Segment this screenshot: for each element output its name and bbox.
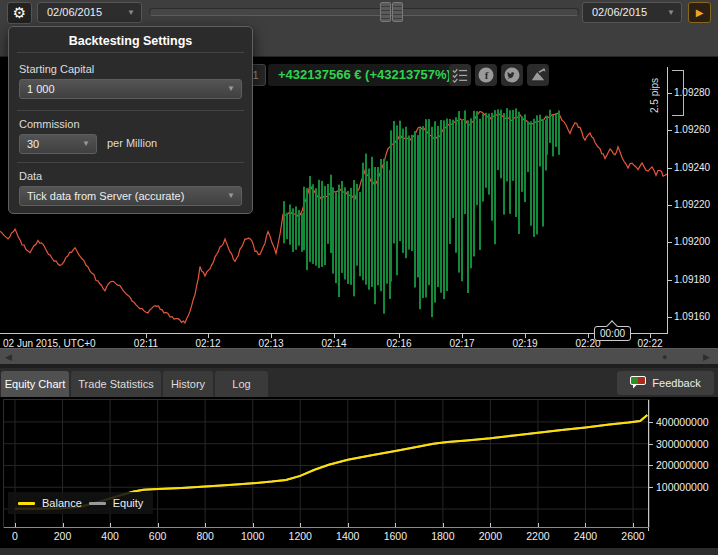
- scroll-dot-icon[interactable]: ●: [662, 349, 667, 365]
- scroll-left-icon[interactable]: ◀: [5, 349, 12, 365]
- backtester-window: ⚙ 02/06/2015 ▼ 02/06/2015 ▼ ▶ 1 +4321375…: [0, 0, 718, 555]
- commission-suffix-label: per Million: [107, 137, 157, 149]
- tab-history[interactable]: History: [163, 371, 213, 397]
- date-range-slider-handles[interactable]: [380, 2, 404, 22]
- slider-handle-right[interactable]: [392, 2, 403, 22]
- equity-x-tick-label: 1600: [373, 530, 417, 542]
- twitter-icon: [504, 67, 520, 83]
- price-tick-label: 1.09220: [674, 199, 718, 210]
- tab-trade-statistics[interactable]: Trade Statistics: [71, 371, 161, 397]
- chevron-down-icon: ▼: [82, 135, 90, 153]
- end-date-value: 02/06/2015: [592, 6, 647, 18]
- feedback-bubble-icon: [630, 376, 647, 389]
- divider: [17, 162, 244, 163]
- share-facebook-button[interactable]: f: [475, 64, 497, 86]
- starting-capital-label: Starting Capital: [19, 63, 94, 75]
- price-axis-line: [667, 67, 668, 334]
- chevron-down-icon: ▼: [667, 3, 675, 22]
- equity-y-tick-label: 100000000: [656, 481, 716, 493]
- equity-x-tick-label: 1000: [231, 530, 275, 542]
- equity-x-tick-label: 2200: [516, 530, 560, 542]
- starting-capital-select[interactable]: 1 000 ▼: [19, 79, 242, 99]
- bottom-tab-bar: Equity Chart Trade Statistics History Lo…: [0, 368, 718, 397]
- checklist-button[interactable]: [449, 64, 471, 86]
- chevron-down-icon: ▼: [127, 3, 135, 22]
- equity-y-tick-label: 200000000: [656, 459, 716, 471]
- share-twitter-button[interactable]: [501, 64, 523, 86]
- chart-scrollbar[interactable]: ◀ ● ▶: [0, 348, 718, 364]
- equity-y-tick-label: 300000000: [656, 438, 716, 450]
- equity-x-tick-label: 400: [88, 530, 132, 542]
- data-source-label: Data: [19, 170, 42, 182]
- equity-legend: Balance Equity: [8, 492, 153, 514]
- backtesting-settings-popup: Backtesting Settings Starting Capital 1 …: [8, 26, 253, 214]
- divider: [17, 110, 244, 111]
- checklist-icon: [452, 67, 468, 83]
- start-date-picker[interactable]: 02/06/2015 ▼: [37, 2, 142, 23]
- end-date-picker[interactable]: 02/06/2015 ▼: [582, 2, 682, 23]
- equity-x-tick-label: 2400: [563, 530, 607, 542]
- legend-equity-label: Equity: [113, 497, 144, 509]
- pip-scale-label: 2.5 pips: [649, 66, 662, 124]
- price-tick-label: 1.09200: [674, 236, 718, 247]
- settings-gear-button[interactable]: ⚙: [7, 2, 32, 24]
- equity-x-tick-label: 1800: [421, 530, 465, 542]
- equity-x-tick-label: 1400: [326, 530, 370, 542]
- equity-x-tick-label: 2000: [468, 530, 512, 542]
- tab-log[interactable]: Log: [215, 371, 268, 397]
- publish-chart-button[interactable]: [527, 64, 549, 86]
- legend-balance-label: Balance: [42, 497, 82, 509]
- scroll-right-icon[interactable]: ▶: [703, 349, 710, 365]
- midnight-marker: 00:00: [594, 326, 631, 341]
- chevron-down-icon: ▼: [227, 187, 235, 205]
- commission-label: Commission: [19, 118, 80, 130]
- start-date-value: 02/06/2015: [47, 6, 102, 18]
- facebook-icon: f: [478, 67, 494, 83]
- svg-text:f: f: [485, 69, 489, 81]
- feedback-button[interactable]: Feedback: [617, 371, 714, 395]
- equity-x-tick-label: 600: [136, 530, 180, 542]
- play-icon: ▶: [696, 7, 704, 18]
- profit-readout: +432137566 € (+43213757%): [268, 64, 461, 86]
- price-tick-label: 1.09260: [674, 124, 718, 135]
- divider: [17, 52, 244, 53]
- equity-x-tick-label: 2600: [611, 530, 655, 542]
- pip-scale-bracket: [672, 70, 684, 116]
- equity-x-tick-label: 800: [183, 530, 227, 542]
- publish-chart-icon: [530, 67, 546, 83]
- equity-line-swatch: [89, 502, 106, 505]
- equity-x-tick-label: 1200: [278, 530, 322, 542]
- price-tick-label: 1.09160: [674, 311, 718, 322]
- slider-handle-left[interactable]: [380, 2, 391, 22]
- chevron-down-icon: ▼: [227, 80, 235, 98]
- gear-icon: ⚙: [13, 4, 26, 21]
- price-tick-label: 1.09180: [674, 274, 718, 285]
- equity-chart-panel: 400000000300000000200000000100000000 020…: [0, 397, 718, 555]
- equity-x-tick-label: 0: [0, 530, 37, 542]
- equity-y-tick-label: 400000000: [656, 416, 716, 428]
- play-button[interactable]: ▶: [688, 2, 711, 23]
- equity-x-tick-label: 200: [41, 530, 85, 542]
- equity-x-axis-line: [4, 527, 649, 528]
- popup-title: Backtesting Settings: [9, 34, 252, 48]
- price-tick-label: 1.09240: [674, 162, 718, 173]
- commission-select[interactable]: 30 ▼: [19, 134, 97, 154]
- balance-line-swatch: [18, 502, 35, 505]
- bottom-strip: [0, 548, 718, 555]
- data-source-select[interactable]: Tick data from Server (accurate) ▼: [19, 186, 242, 206]
- date-range-slider-track[interactable]: [149, 8, 579, 16]
- tab-equity-chart[interactable]: Equity Chart: [1, 371, 69, 397]
